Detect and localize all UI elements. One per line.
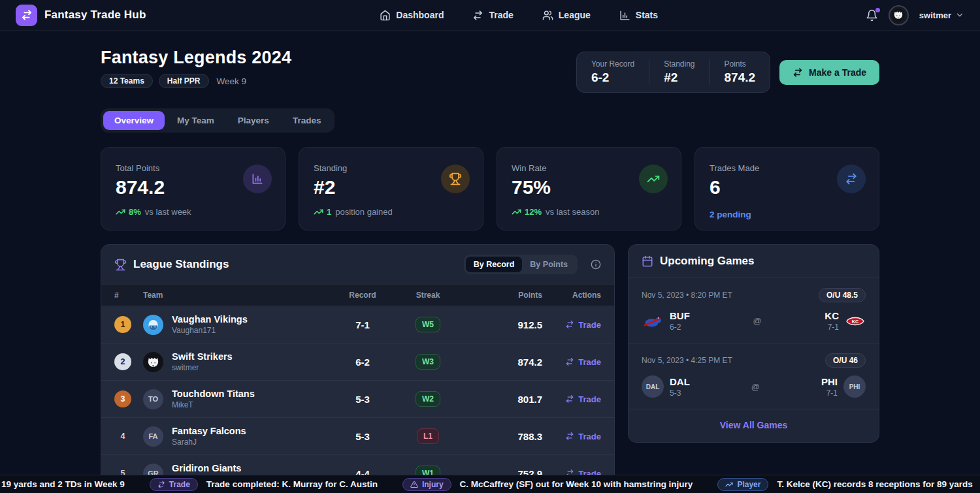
trending-up-icon — [725, 481, 733, 488]
points-value: 874.2 — [464, 357, 542, 368]
nav-item-stats[interactable]: Stats — [619, 10, 658, 21]
ticker-item: 19 yards and 2 TDs in Week 9 — [1, 479, 125, 489]
badge-label: Trade — [169, 480, 190, 489]
info-icon[interactable] — [591, 259, 601, 270]
robot-mascot-icon — [143, 315, 163, 335]
ticker-text: Trade completed: K. Murray for C. Austin — [206, 479, 378, 489]
team-name: Swift Strikers — [172, 351, 233, 362]
standings-row-vaughan-vikings[interactable]: 1 Vaughan Vikings Vaughan171 7-1 — [101, 306, 614, 343]
bills-logo-icon — [642, 314, 664, 328]
points-value: 788.3 — [464, 431, 542, 442]
team-owner: Vaughan171 — [172, 326, 248, 335]
chevron-down-icon — [955, 10, 964, 20]
team-name: Gridiron Giants — [172, 463, 241, 473]
nav-label: Trade — [489, 10, 513, 20]
user-avatar[interactable] — [889, 5, 909, 25]
tab-trades[interactable]: Trades — [282, 111, 333, 130]
standings-row-fantasy-falcons[interactable]: 4 FA Fantasy Falcons SarahJ 5-3 L1 788.3… — [101, 418, 614, 455]
nav-item-dashboard[interactable]: Dashboard — [380, 10, 444, 21]
swap-arrows-icon — [157, 481, 165, 488]
tab-my-team[interactable]: My Team — [166, 111, 225, 130]
nav-item-league[interactable]: League — [542, 10, 591, 21]
toggle-by-points[interactable]: By Points — [522, 257, 576, 272]
pending-trades-note: 2 pending — [710, 210, 864, 219]
at-separator: @ — [690, 382, 821, 392]
injury-badge: Injury — [402, 478, 451, 491]
warning-triangle-icon — [410, 481, 418, 488]
trade-link[interactable]: Trade — [565, 320, 601, 330]
badge-label: Player — [737, 480, 760, 489]
notifications-bell-icon[interactable] — [866, 9, 878, 22]
trade-label: Trade — [578, 357, 601, 367]
trending-up-icon — [639, 165, 668, 193]
trend-value: 1 — [327, 207, 331, 217]
record-value: 6-2 — [591, 71, 634, 85]
points-value: 874.2 — [725, 71, 756, 85]
svg-text:KC: KC — [852, 318, 859, 324]
home-team-abbr: PHI — [821, 376, 838, 387]
over-under-badge: O/U 48.5 — [819, 288, 866, 302]
nav-item-trade[interactable]: Trade — [472, 10, 513, 21]
swap-arrows-icon — [837, 165, 866, 193]
team-owner: MikeT — [172, 400, 255, 409]
record-label: Your Record — [591, 59, 634, 69]
team-avatar — [143, 352, 163, 372]
tab-players[interactable]: Players — [227, 111, 280, 130]
badge-label: Injury — [422, 480, 444, 489]
trade-link[interactable]: Trade — [565, 357, 601, 367]
calendar-icon — [642, 255, 653, 267]
sort-toggle: By Record By Points — [464, 255, 578, 274]
username: switmer — [919, 10, 951, 20]
ticker-item-trade: Trade Trade completed: K. Murray for C. … — [150, 478, 378, 491]
away-team-record: 6-2 — [670, 323, 690, 332]
scoring-badge: Half PPR — [159, 74, 209, 88]
mascot-icon — [891, 8, 906, 22]
record-value: 6-2 — [333, 357, 392, 368]
user-summary-card: Your Record 6-2 Standing #2 Points 874.2 — [576, 52, 770, 93]
top-navbar: Fantasy Trade Hub Dashboard Trade League… — [0, 0, 980, 31]
rank-badge: 1 — [114, 316, 131, 333]
rank-badge: 4 — [114, 428, 131, 445]
nav-label: Dashboard — [396, 10, 444, 20]
team-owner: SarahJ — [172, 437, 246, 447]
ticker-item-injury: Injury C. McCaffrey (SF) out for Week 10… — [402, 478, 693, 491]
record-value: 5-3 — [333, 394, 392, 405]
users-icon — [542, 10, 553, 21]
cta-label: Make a Trade — [809, 67, 866, 78]
trade-label: Trade — [578, 394, 601, 404]
swap-arrows-icon — [792, 67, 803, 78]
at-separator: @ — [690, 316, 825, 326]
view-all-games-link[interactable]: View All Games — [629, 409, 879, 442]
streak-badge: W5 — [416, 317, 440, 332]
col-points: Points — [464, 291, 542, 300]
rank-badge: 3 — [114, 390, 131, 407]
trend-note: vs last week — [145, 207, 191, 217]
standings-row-swift-strikers[interactable]: 2 Swift Strikers switmer 6-2 — [101, 343, 614, 381]
game-datetime: Nov 5, 2023 • 4:25 PM ET — [642, 356, 732, 365]
swap-arrows-icon — [565, 394, 574, 404]
team-avatar: FA — [143, 426, 163, 447]
record-value: 5-3 — [333, 431, 392, 442]
main-nav: Dashboard Trade League Stats — [353, 10, 658, 21]
ticker-item-player: Player T. Kelce (KC) records 8 reception… — [717, 478, 972, 491]
trophy-icon — [114, 259, 127, 271]
toggle-by-record[interactable]: By Record — [466, 257, 523, 272]
rank-badge: 2 — [114, 353, 131, 370]
trade-link[interactable]: Trade — [565, 394, 601, 404]
user-menu[interactable]: switmer — [919, 10, 964, 20]
bar-chart-icon — [619, 10, 630, 21]
trend-value: 8% — [129, 207, 141, 217]
make-a-trade-button[interactable]: Make a Trade — [779, 60, 879, 85]
streak-badge: W3 — [416, 354, 440, 370]
chiefs-logo-icon: KC — [845, 314, 866, 328]
trade-link[interactable]: Trade — [565, 432, 601, 441]
swap-arrows-icon — [16, 5, 37, 26]
league-header: Fantasy Legends 2024 12 Teams Half PPR W… — [101, 48, 291, 88]
standings-row-touchdown-titans[interactable]: 3 TO Touchdown Titans MikeT 5-3 W2 801.7… — [101, 381, 614, 418]
trend-note: position gained — [335, 207, 392, 217]
home-team-record: 7-1 — [825, 323, 839, 332]
col-rank: # — [114, 291, 143, 300]
brand[interactable]: Fantasy Trade Hub — [16, 5, 146, 26]
tab-overview[interactable]: Overview — [103, 111, 165, 130]
swap-arrows-icon — [565, 432, 574, 441]
